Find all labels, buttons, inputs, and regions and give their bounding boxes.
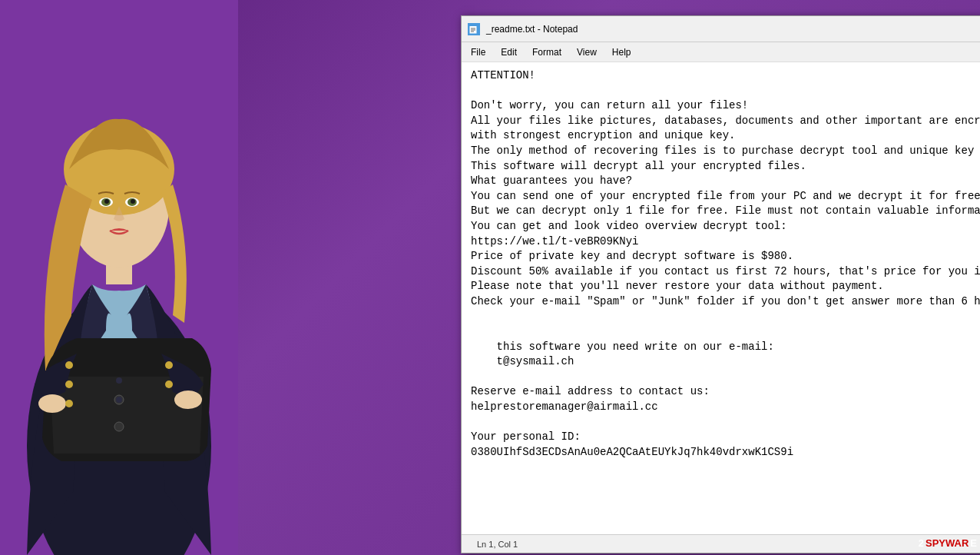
title-bar: _readme.txt - Notepad — □ ✕ — [462, 16, 980, 42]
menu-bar: File Edit Format View Help — [462, 42, 980, 62]
text-editor[interactable]: ATTENTION! Don't worry, you can return a… — [462, 62, 980, 534]
window-title: _readme.txt - Notepad — [486, 24, 578, 35]
svg-point-20 — [165, 361, 173, 369]
notepad-icon — [468, 23, 480, 35]
svg-point-9 — [104, 199, 109, 204]
svg-point-14 — [174, 390, 202, 409]
person-area — [0, 0, 238, 555]
watermark-brand: SPYWAR — [925, 537, 968, 549]
cursor-position: Ln 1, Col 1 — [468, 535, 527, 553]
svg-point-15 — [116, 377, 122, 384]
title-bar-left: _readme.txt - Notepad — [468, 23, 578, 35]
watermark-suffix: E — [970, 537, 977, 549]
svg-point-10 — [131, 199, 135, 204]
svg-point-16 — [116, 397, 122, 403]
notepad-window: _readme.txt - Notepad — □ ✕ File Edit Fo… — [230, 8, 980, 546]
watermark-prefix: 2 — [919, 537, 924, 549]
menu-view[interactable]: View — [571, 45, 603, 59]
status-bar: Ln 1, Col 1 100% Windows (CRLF) UTF-8 — [462, 534, 980, 553]
menu-file[interactable]: File — [465, 45, 492, 59]
svg-point-21 — [165, 381, 173, 388]
svg-rect-23 — [469, 24, 477, 26]
svg-point-12 — [114, 422, 124, 431]
menu-help[interactable]: Help — [606, 45, 637, 59]
svg-point-19 — [65, 400, 73, 407]
svg-point-18 — [65, 381, 73, 388]
watermark: 2 SPYWAR E — [919, 537, 977, 549]
svg-point-13 — [38, 394, 66, 413]
menu-format[interactable]: Format — [526, 45, 568, 59]
menu-edit[interactable]: Edit — [495, 45, 523, 59]
svg-point-17 — [65, 361, 73, 369]
